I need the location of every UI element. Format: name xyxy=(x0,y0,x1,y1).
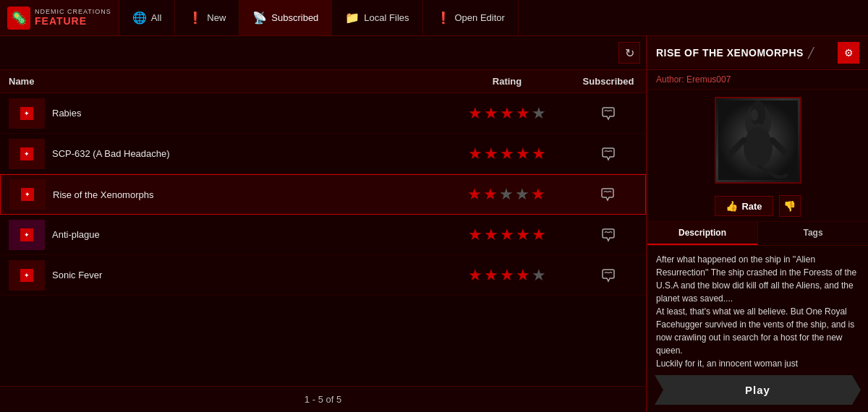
star-4: ★ xyxy=(516,145,530,163)
detail-author: Author: Eremus007 xyxy=(647,70,868,90)
thumbs-down-icon: 👎 xyxy=(783,200,796,212)
play-button[interactable]: Play xyxy=(655,375,861,405)
row-name-label: SCP-632 (A Bad Headache) xyxy=(52,148,170,159)
row-name-cell: Anti-plague xyxy=(52,229,435,240)
star-3: ★ xyxy=(500,104,514,123)
star-1: ★ xyxy=(468,226,482,244)
star-rating: ★ ★ ★ ★ ★ xyxy=(435,266,579,285)
star-2: ★ xyxy=(484,266,498,285)
tab-tags[interactable]: Tags xyxy=(758,222,868,245)
row-badge-icon: ✦ xyxy=(20,107,33,120)
star-1: ★ xyxy=(468,266,482,285)
star-rating: ★ ★ ★ ★ ★ xyxy=(435,226,579,244)
dislike-button[interactable]: 👎 xyxy=(779,195,801,217)
star-3: ★ xyxy=(500,266,514,285)
table-footer: 1 - 5 of 5 xyxy=(0,386,646,412)
xenomorph-artwork xyxy=(716,98,800,182)
row-name-label: Sonic Fever xyxy=(52,270,102,280)
rate-label: Rate xyxy=(741,201,762,212)
table-row[interactable]: ✦ Sonic Fever ★ ★ ★ ★ ★ xyxy=(0,255,646,296)
nav-editor-label: Open Editor xyxy=(455,12,505,23)
subscribed-icon xyxy=(579,268,637,283)
star-1: ★ xyxy=(468,104,482,123)
row-badge-icon: ✦ xyxy=(20,269,33,282)
table-row[interactable]: ✦ Anti-plague ★ ★ ★ ★ ★ xyxy=(0,215,646,255)
rate-button[interactable]: 👍 Rate xyxy=(715,196,773,216)
nav-local-files[interactable]: 📁 Local Files xyxy=(332,0,422,35)
svg-point-4 xyxy=(744,127,773,168)
exclamation-icon: ❗ xyxy=(188,11,203,25)
logo-icon: 🦠 xyxy=(7,7,30,30)
subscribed-icon xyxy=(579,147,637,161)
detail-title: RISE OF THE XENOMORPHS xyxy=(656,47,804,59)
table-body: ✦ Rabies ★ ★ ★ ★ ★ ✦ xyxy=(0,93,646,386)
nav-new[interactable]: ❗ New xyxy=(175,0,239,35)
nav-all-label: All xyxy=(151,12,161,23)
star-5: ★ xyxy=(532,104,546,123)
table-row[interactable]: ✦ Rabies ★ ★ ★ ★ ★ xyxy=(0,93,646,134)
star-3: ★ xyxy=(499,185,514,204)
star-1: ★ xyxy=(468,145,482,163)
nav-all[interactable]: 🌐 All xyxy=(119,0,175,35)
row-name-cell: Sonic Fever xyxy=(52,270,435,280)
row-name-label: Rabies xyxy=(52,108,81,119)
star-4: ★ xyxy=(515,185,529,204)
star-5: ★ xyxy=(532,226,546,244)
row-thumbnail: ✦ xyxy=(9,98,45,129)
tab-description[interactable]: Description xyxy=(647,222,758,245)
star-3: ★ xyxy=(500,145,514,163)
table-row[interactable]: ✦ Rise of the Xenomorphs ★ ★ ★ ★ ★ xyxy=(0,174,646,215)
row-thumbnail: ✦ xyxy=(9,260,45,291)
star-rating: ★ ★ ★ ★ ★ xyxy=(435,145,579,163)
star-1: ★ xyxy=(467,185,482,204)
col-name-header: Name xyxy=(9,76,435,87)
star-5: ★ xyxy=(532,145,546,163)
nav-subscribed[interactable]: 📡 Subscribed xyxy=(239,0,332,35)
main-content: ↻ Name Rating Subscribed ✦ Rabies ★ ★ ★ xyxy=(0,36,868,412)
pagination-label: 1 - 5 of 5 xyxy=(305,394,341,405)
nav-new-label: New xyxy=(207,12,226,23)
toolbar: ↻ xyxy=(0,36,646,70)
right-panel: RISE OF THE XENOMORPHS ╱ ⚙ Author: Eremu… xyxy=(647,36,868,412)
star-rating: ★ ★ ★ ★ ★ xyxy=(435,104,579,123)
row-name-label: Anti-plague xyxy=(52,229,100,240)
thumbs-up-icon: 👍 xyxy=(726,200,738,212)
star-2: ★ xyxy=(484,145,498,163)
editor-icon: ❗ xyxy=(436,11,451,25)
row-name-cell: SCP-632 (A Bad Headache) xyxy=(52,148,435,159)
detail-header: RISE OF THE XENOMORPHS ╱ ⚙ xyxy=(647,36,868,70)
logo-text: NDEMIC CREATIONS FEATURE xyxy=(35,9,111,27)
left-panel: ↻ Name Rating Subscribed ✦ Rabies ★ ★ ★ xyxy=(0,36,647,412)
detail-image xyxy=(715,97,801,184)
star-2: ★ xyxy=(484,226,498,244)
logo-bottom-text: FEATURE xyxy=(35,16,111,27)
table-row[interactable]: ✦ SCP-632 (A Bad Headache) ★ ★ ★ ★ ★ xyxy=(0,134,646,174)
nav-local-label: Local Files xyxy=(364,12,409,23)
star-rating: ★ ★ ★ ★ ★ xyxy=(434,185,579,204)
row-name-cell: Rise of the Xenomorphs xyxy=(53,189,434,200)
row-thumbnail: ✦ xyxy=(9,139,45,169)
nav-open-editor[interactable]: ❗ Open Editor xyxy=(423,0,519,35)
row-badge-icon: ✦ xyxy=(21,188,34,201)
folder-icon: 📁 xyxy=(345,11,359,25)
star-3: ★ xyxy=(500,226,514,244)
subscribed-icon xyxy=(579,228,637,242)
star-4: ★ xyxy=(516,104,530,123)
col-rating-header: Rating xyxy=(435,76,579,87)
svg-point-7 xyxy=(751,109,758,121)
globe-icon: 🌐 xyxy=(132,11,147,25)
detail-title-bar: RISE OF THE XENOMORPHS ╱ xyxy=(656,47,814,59)
row-name-cell: Rabies xyxy=(52,108,435,119)
star-4: ★ xyxy=(516,226,530,244)
tab-description-label: Description xyxy=(678,228,726,238)
star-5: ★ xyxy=(531,185,545,204)
row-thumbnail: ✦ xyxy=(9,220,45,250)
settings-button[interactable]: ⚙ xyxy=(838,42,859,64)
rss-icon: 📡 xyxy=(252,11,267,25)
expand-icon: ╱ xyxy=(808,47,814,59)
tab-tags-label: Tags xyxy=(803,228,822,238)
refresh-button[interactable]: ↻ xyxy=(618,42,640,64)
detail-description: After what happened on the ship in ''Ali… xyxy=(647,246,868,368)
logo: 🦠 NDEMIC CREATIONS FEATURE xyxy=(0,0,119,35)
top-navigation: 🦠 NDEMIC CREATIONS FEATURE 🌐 All ❗ New 📡… xyxy=(0,0,868,36)
